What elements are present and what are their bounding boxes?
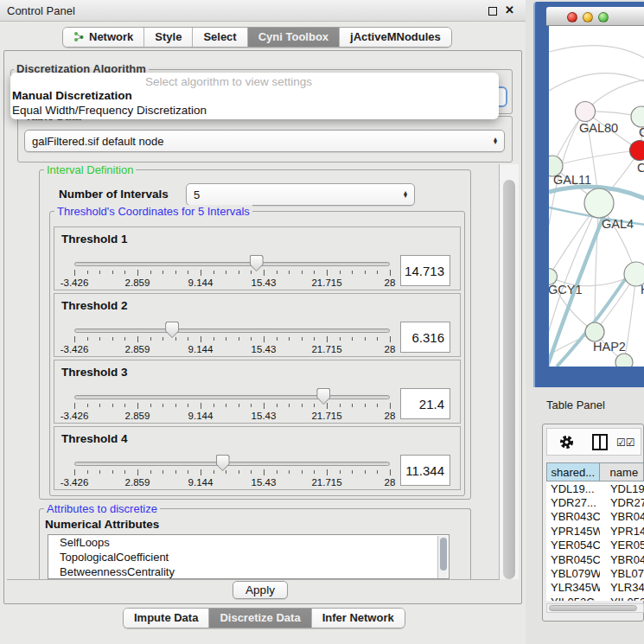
threshold-1-panel: Threshold 1 -3.4262.8599.14415.4321.7152… [54, 226, 461, 290]
list-item[interactable]: BetweennessCentrality [48, 564, 449, 579]
table-row[interactable]: YBL079WYBL079W [546, 566, 644, 580]
network-node[interactable] [631, 106, 644, 127]
thresholds-legend: Threshold's Coordinates for 5 Intervals [54, 205, 252, 218]
threshold-3-ticks [74, 403, 390, 410]
tab-cyni-toolbox[interactable]: Cyni Toolbox [248, 28, 340, 47]
attributes-legend: Attributes to discretize [44, 502, 160, 515]
tab-style[interactable]: Style [144, 28, 193, 47]
table-row[interactable]: YPR145WYPR145W [546, 524, 644, 538]
tab-network-label: Network [89, 30, 133, 43]
threshold-1-tick-labels: -3.4262.8599.14415.4321.71528 [74, 277, 390, 288]
table-horizontal-scrollbar[interactable] [546, 603, 644, 613]
tab-jactivemnodules[interactable]: jActiveMNodules [340, 28, 451, 47]
network-node[interactable] [585, 322, 604, 341]
scrollbar-thumb[interactable] [549, 605, 637, 611]
table-toolbar: ☑☑ [546, 428, 641, 456]
numerical-attributes-label: Numerical Attributes [45, 518, 159, 531]
list-item[interactable]: TopologicalCoefficient [48, 550, 449, 564]
threshold-3-label: Threshold 3 [61, 366, 128, 379]
threshold-2-ticks [74, 336, 390, 343]
node-label-gal11: GAL11 [553, 173, 591, 187]
zoom-traffic-light[interactable] [598, 12, 609, 22]
algorithm-prompt: Select algorithm to view settings [10, 73, 499, 89]
list-scrollbar[interactable] [437, 536, 448, 579]
network-icon [73, 31, 85, 42]
threshold-2-label: Threshold 2 [61, 299, 128, 312]
node-label-gcy1: GCY1 [549, 283, 583, 296]
table-data-combobox[interactable]: galFiltered.sif default node ▴▾ [24, 130, 505, 152]
algorithm-dropdown-popup: Select algorithm to view settings Manual… [10, 73, 499, 119]
control-panel-titlebar: Control Panel ✕ [0, 0, 526, 22]
table-row[interactable]: YIL052CYIL052C [546, 595, 644, 601]
column-header-shared-name[interactable]: shared... [546, 462, 600, 481]
table-panel-box: ☑☑ shared... name YDL19...YDL19... YDR27… [542, 424, 644, 622]
network-graph[interactable]: GAL80 G C GAL11 GAL4 GCY1 H HAP2 [549, 26, 644, 367]
numerical-attributes-list[interactable]: SelfLoops TopologicalCoefficient Between… [48, 534, 450, 579]
table-header-row: shared... name [546, 462, 644, 481]
network-window-titlebar[interactable] [546, 7, 644, 26]
threshold-4-tick-labels: -3.4262.8599.14415.4321.71528 [74, 477, 390, 488]
threshold-3-tick-labels: -3.4262.8599.14415.4321.71528 [74, 411, 390, 421]
tab-impute-data[interactable]: Impute Data [124, 609, 209, 628]
node-label-gal80: GAL80 [579, 121, 618, 135]
node-label-partial: C [637, 161, 644, 175]
apply-button[interactable]: Apply [233, 581, 288, 599]
threshold-1-slider[interactable] [74, 262, 390, 266]
bottom-tab-bar: Impute Data Discretize Data Infer Networ… [123, 608, 405, 628]
combo-arrows-icon: ▴▾ [494, 137, 497, 145]
scrollbar-thumb[interactable] [503, 180, 515, 579]
table-row[interactable]: YBR043CYBR043C [546, 510, 644, 524]
checkbox-columns-icon[interactable]: ☑☑ [616, 437, 635, 449]
top-tab-bar: Network Style Select Cyni Toolbox jActiv… [62, 27, 452, 48]
list-item[interactable]: SelfLoops [48, 535, 449, 550]
network-node[interactable] [615, 354, 633, 367]
tab-network[interactable]: Network [63, 28, 144, 47]
node-label-gal4: GAL4 [602, 217, 634, 231]
threshold-2-tick-labels: -3.4262.8599.14415.4321.71528 [74, 344, 390, 354]
table-row[interactable]: YLR345WYLR345W [546, 581, 644, 595]
control-panel-title: Control Panel [7, 4, 75, 17]
close-icon[interactable]: ✕ [505, 3, 514, 16]
node-table[interactable]: shared... name YDL19...YDL19... YDR27...… [546, 462, 644, 601]
table-row[interactable]: YER054CYER054C [546, 539, 644, 552]
threshold-1-ticks [74, 270, 390, 277]
panel-scrollbar[interactable] [499, 164, 519, 579]
threshold-2-panel: Threshold 2 -3.4262.8599.14415.4321.7152… [54, 293, 461, 357]
threshold-3-slider[interactable] [74, 395, 390, 399]
network-window[interactable]: GAL80 G C GAL11 GAL4 GCY1 H HAP2 [533, 2, 644, 387]
float-window-icon[interactable] [488, 7, 497, 16]
close-traffic-light[interactable] [567, 12, 577, 22]
menu-item-manual-discretization[interactable]: Manual Discretization [10, 89, 499, 104]
column-header-name[interactable]: name [600, 462, 644, 481]
threshold-3-value-field[interactable]: 21.4 [400, 388, 450, 419]
table-row[interactable]: YDL19...YDL19... [546, 481, 644, 495]
table-data-combobox-value: galFiltered.sif default node [32, 135, 494, 148]
split-columns-icon[interactable] [592, 434, 608, 450]
network-canvas[interactable]: GAL80 G C GAL11 GAL4 GCY1 H HAP2 [549, 26, 644, 367]
menu-item-equal-width-frequency[interactable]: Equal Width/Frequency Discretization [10, 104, 499, 118]
threshold-2-value-field[interactable]: 6.316 [400, 322, 450, 353]
tab-discretize-data[interactable]: Discretize Data [209, 609, 311, 628]
network-node[interactable] [584, 188, 614, 218]
number-of-intervals-label: Number of Intervals [59, 188, 169, 201]
threshold-4-ticks [74, 469, 390, 476]
network-node-selected[interactable] [630, 141, 644, 161]
minimize-traffic-light[interactable] [583, 12, 593, 22]
control-panel: Control Panel ✕ Network Style Select Cyn… [0, 0, 526, 644]
node-label-hap2: HAP2 [593, 340, 626, 354]
tab-select[interactable]: Select [193, 28, 247, 47]
gear-icon[interactable] [559, 435, 574, 450]
node-label-partial: H [641, 283, 644, 296]
tab-infer-network[interactable]: Infer Network [312, 609, 405, 628]
number-of-intervals-combobox[interactable]: 5 ▴▾ [186, 183, 415, 206]
threshold-1-value-field[interactable]: 14.713 [400, 255, 450, 286]
threshold-4-label: Threshold 4 [61, 432, 128, 445]
threshold-2-slider[interactable] [74, 328, 390, 333]
threshold-4-value-field[interactable]: 11.344 [400, 455, 450, 486]
network-node[interactable] [576, 102, 596, 122]
node-label-partial: G [639, 125, 644, 139]
table-row[interactable]: YDR27...YDR27... [546, 495, 644, 509]
threshold-4-slider[interactable] [74, 462, 390, 466]
table-row[interactable]: YBR045CYBR045C [546, 552, 644, 566]
table-panel-title: Table Panel [546, 399, 605, 411]
